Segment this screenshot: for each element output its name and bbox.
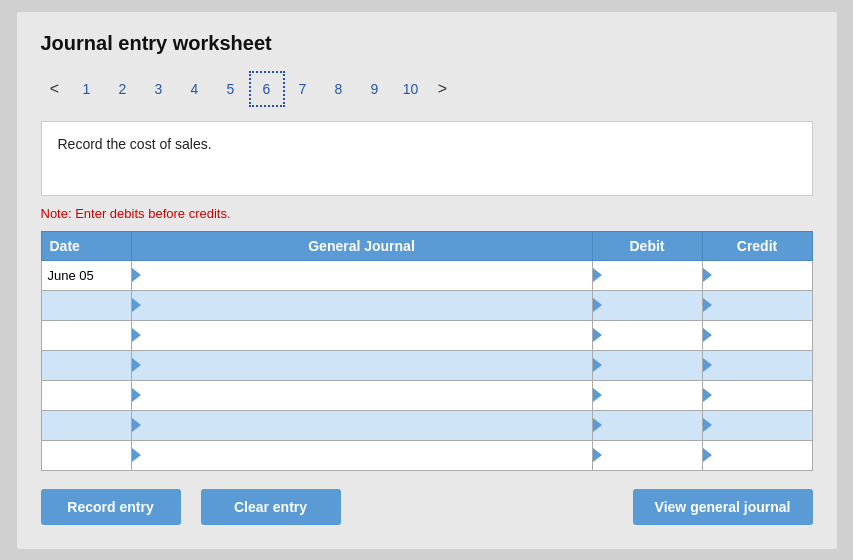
arrow-icon-c4 xyxy=(703,358,712,372)
next-arrow[interactable]: > xyxy=(429,75,457,103)
col-journal: General Journal xyxy=(131,231,592,260)
clear-entry-button[interactable]: Clear entry xyxy=(201,489,341,525)
debit-cell-2[interactable] xyxy=(592,290,702,320)
record-entry-button[interactable]: Record entry xyxy=(41,489,181,525)
debit-input-7[interactable] xyxy=(599,448,696,463)
credit-cell-3[interactable] xyxy=(702,320,812,350)
journal-cell-4[interactable] xyxy=(131,350,592,380)
arrow-icon-j6 xyxy=(132,418,141,432)
arrow-icon-c7 xyxy=(703,448,712,462)
arrow-icon-j5 xyxy=(132,388,141,402)
prev-arrow[interactable]: < xyxy=(41,75,69,103)
journal-input-2[interactable] xyxy=(138,298,586,313)
debit-input-2[interactable] xyxy=(599,298,696,313)
arrow-icon-j2 xyxy=(132,298,141,312)
date-cell-4 xyxy=(41,350,131,380)
credit-input-1[interactable] xyxy=(709,268,806,283)
credit-cell-2[interactable] xyxy=(702,290,812,320)
arrow-icon-d5 xyxy=(593,388,602,402)
table-row: June 05 xyxy=(41,260,812,290)
arrow-icon-d2 xyxy=(593,298,602,312)
debit-cell-3[interactable] xyxy=(592,320,702,350)
date-cell-1: June 05 xyxy=(41,260,131,290)
page-2[interactable]: 2 xyxy=(105,71,141,107)
credit-cell-7[interactable] xyxy=(702,440,812,470)
view-general-journal-button[interactable]: View general journal xyxy=(633,489,813,525)
journal-cell-6[interactable] xyxy=(131,410,592,440)
description-box: Record the cost of sales. xyxy=(41,121,813,196)
debit-input-3[interactable] xyxy=(599,328,696,343)
arrow-icon-d3 xyxy=(593,328,602,342)
col-credit: Credit xyxy=(702,231,812,260)
arrow-icon-d7 xyxy=(593,448,602,462)
col-debit: Debit xyxy=(592,231,702,260)
debit-cell-4[interactable] xyxy=(592,350,702,380)
credit-cell-4[interactable] xyxy=(702,350,812,380)
credit-input-5[interactable] xyxy=(709,388,806,403)
table-row xyxy=(41,320,812,350)
date-cell-2 xyxy=(41,290,131,320)
journal-cell-1[interactable] xyxy=(131,260,592,290)
page-title: Journal entry worksheet xyxy=(41,32,813,55)
debit-input-1[interactable] xyxy=(599,268,696,283)
journal-input-4[interactable] xyxy=(138,358,586,373)
credit-cell-1[interactable] xyxy=(702,260,812,290)
col-date: Date xyxy=(41,231,131,260)
credit-input-7[interactable] xyxy=(709,448,806,463)
journal-cell-5[interactable] xyxy=(131,380,592,410)
arrow-icon-c3 xyxy=(703,328,712,342)
page-9[interactable]: 9 xyxy=(357,71,393,107)
arrow-icon-c1 xyxy=(703,268,712,282)
debit-input-5[interactable] xyxy=(599,388,696,403)
buttons-row: Record entry Clear entry View general jo… xyxy=(41,489,813,525)
page-6[interactable]: 6 xyxy=(249,71,285,107)
date-value-1: June 05 xyxy=(48,268,94,283)
arrow-icon-c5 xyxy=(703,388,712,402)
page-7[interactable]: 7 xyxy=(285,71,321,107)
credit-input-2[interactable] xyxy=(709,298,806,313)
page-10[interactable]: 10 xyxy=(393,71,429,107)
arrow-icon-d4 xyxy=(593,358,602,372)
credit-cell-5[interactable] xyxy=(702,380,812,410)
page-3[interactable]: 3 xyxy=(141,71,177,107)
debit-input-6[interactable] xyxy=(599,418,696,433)
debit-cell-6[interactable] xyxy=(592,410,702,440)
arrow-icon-d1 xyxy=(593,268,602,282)
worksheet-container: Journal entry worksheet < 1 2 3 4 5 6 7 … xyxy=(17,12,837,549)
description-text: Record the cost of sales. xyxy=(58,136,212,152)
journal-input-3[interactable] xyxy=(138,328,586,343)
journal-table: Date General Journal Debit Credit June 0… xyxy=(41,231,813,471)
date-cell-5 xyxy=(41,380,131,410)
journal-input-7[interactable] xyxy=(138,448,586,463)
journal-input-5[interactable] xyxy=(138,388,586,403)
debit-input-4[interactable] xyxy=(599,358,696,373)
debit-cell-5[interactable] xyxy=(592,380,702,410)
page-5[interactable]: 5 xyxy=(213,71,249,107)
debit-cell-7[interactable] xyxy=(592,440,702,470)
arrow-icon-d6 xyxy=(593,418,602,432)
table-row xyxy=(41,290,812,320)
table-row xyxy=(41,410,812,440)
pagination: < 1 2 3 4 5 6 7 8 9 10 > xyxy=(41,71,813,107)
credit-input-6[interactable] xyxy=(709,418,806,433)
debit-cell-1[interactable] xyxy=(592,260,702,290)
arrow-icon-j4 xyxy=(132,358,141,372)
page-4[interactable]: 4 xyxy=(177,71,213,107)
journal-cell-7[interactable] xyxy=(131,440,592,470)
page-8[interactable]: 8 xyxy=(321,71,357,107)
arrow-icon-j3 xyxy=(132,328,141,342)
arrow-icon-c2 xyxy=(703,298,712,312)
date-cell-6 xyxy=(41,410,131,440)
credit-input-3[interactable] xyxy=(709,328,806,343)
page-1[interactable]: 1 xyxy=(69,71,105,107)
credit-cell-6[interactable] xyxy=(702,410,812,440)
table-row xyxy=(41,440,812,470)
table-row xyxy=(41,350,812,380)
note-text: Note: Enter debits before credits. xyxy=(41,206,813,221)
journal-cell-2[interactable] xyxy=(131,290,592,320)
credit-input-4[interactable] xyxy=(709,358,806,373)
arrow-icon-j1 xyxy=(132,268,141,282)
journal-input-1[interactable] xyxy=(138,268,586,283)
journal-input-6[interactable] xyxy=(138,418,586,433)
journal-cell-3[interactable] xyxy=(131,320,592,350)
